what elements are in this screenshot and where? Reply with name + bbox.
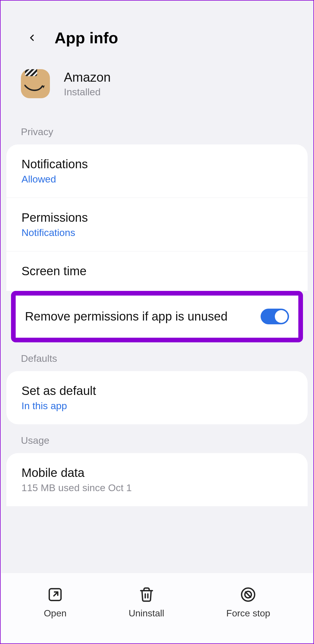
- defaults-card: Set as default In this app: [6, 371, 308, 424]
- stop-icon: [239, 586, 257, 603]
- page-title: App info: [55, 29, 118, 47]
- uninstall-button[interactable]: Uninstall: [129, 586, 164, 619]
- chevron-left-icon: [23, 29, 41, 46]
- back-button[interactable]: [21, 27, 43, 49]
- bottom-action-bar: Open Uninstall Force stop: [1, 573, 313, 643]
- row-sub: 115 MB used since Oct 1: [21, 482, 293, 493]
- svg-line-3: [246, 592, 251, 597]
- row-title: Mobile data: [21, 466, 293, 480]
- section-defaults-label: Defaults: [1, 342, 313, 371]
- row-title: Screen time: [21, 264, 293, 278]
- app-name: Amazon: [64, 70, 111, 85]
- row-set-default[interactable]: Set as default In this app: [6, 371, 308, 424]
- section-usage-label: Usage: [1, 424, 313, 453]
- app-icon: [21, 69, 50, 98]
- uninstall-label: Uninstall: [129, 608, 164, 619]
- row-screen-time[interactable]: Screen time: [6, 251, 308, 291]
- trash-icon: [138, 586, 155, 603]
- row-notifications[interactable]: Notifications Allowed: [6, 144, 308, 198]
- toggle-knob: [275, 310, 288, 323]
- row-permissions[interactable]: Permissions Notifications: [6, 198, 308, 251]
- force-stop-button[interactable]: Force stop: [226, 586, 270, 619]
- row-title: Notifications: [21, 157, 293, 171]
- row-sub: In this app: [21, 400, 293, 412]
- row-sub: Allowed: [21, 173, 293, 185]
- row-sub: Notifications: [21, 227, 293, 238]
- row-title: Set as default: [21, 384, 293, 398]
- row-remove-permissions[interactable]: Remove permissions if app is unused: [16, 296, 298, 338]
- row-title: Permissions: [21, 211, 293, 225]
- row-title: Remove permissions if app is unused: [25, 308, 254, 325]
- section-privacy-label: Privacy: [1, 116, 313, 144]
- force-stop-label: Force stop: [226, 608, 270, 619]
- usage-card: Mobile data 115 MB used since Oct 1: [6, 453, 308, 506]
- row-remove-permissions-highlight: Remove permissions if app is unused: [11, 291, 303, 342]
- app-status: Installed: [64, 86, 111, 98]
- remove-permissions-toggle[interactable]: [261, 309, 289, 324]
- open-icon: [46, 586, 64, 603]
- privacy-card: Notifications Allowed Permissions Notifi…: [6, 144, 308, 291]
- open-button[interactable]: Open: [44, 586, 66, 619]
- open-label: Open: [44, 608, 66, 619]
- app-summary: Amazon Installed: [1, 60, 313, 116]
- row-mobile-data[interactable]: Mobile data 115 MB used since Oct 1: [6, 453, 308, 506]
